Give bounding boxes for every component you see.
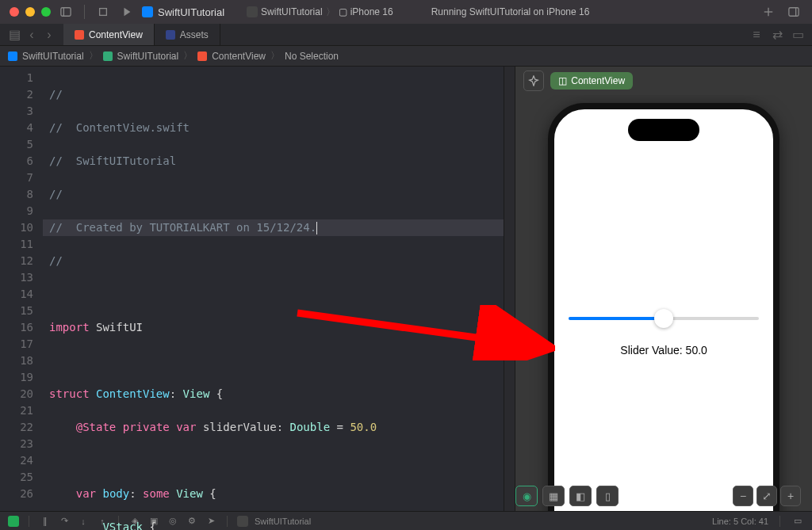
swift-file-icon [197,51,207,61]
shippingbox-icon: ◫ [558,75,567,86]
preview-controls: ◉ ▦ ◧ ▯ [515,486,619,506]
slider-value-label: Slider Value: 50.0 [620,344,707,357]
project-selector[interactable]: SwiftUITutorial [142,6,224,18]
console-toggle-icon[interactable]: ▭ [791,515,804,528]
slider-fill [569,317,664,320]
scheme-selector[interactable]: SwiftUITutorial 〉 ▢ iPhone 16 [247,6,393,19]
project-icon [8,51,17,61]
project-name: SwiftUITutorial [158,6,224,18]
folder-icon [103,51,113,61]
svg-rect-2 [100,9,107,16]
breadcrumb-item[interactable]: SwiftUITutorial [22,51,84,62]
related-items-button[interactable]: ▤ [6,27,22,43]
svg-rect-5 [789,8,799,17]
editor-options-button[interactable]: ≡ [749,27,764,43]
slider-thumb[interactable] [654,309,673,328]
breadcrumb-item[interactable]: No Selection [285,51,339,62]
minimap[interactable] [504,67,515,511]
adjust-editor-button[interactable]: ⇄ [769,27,785,43]
scheme-device: iPhone 16 [350,6,393,17]
chevron-right-icon: 〉 [326,6,335,19]
code-editor[interactable]: 1234567891011121314151617181920212223242… [0,67,515,511]
swift-file-icon [75,30,84,40]
tab-label: ContentView [89,29,143,40]
tab-contentview[interactable]: ContentView [63,24,155,45]
window-controls [10,7,51,17]
minimize-window-button[interactable] [25,7,35,17]
breadcrumb-item[interactable]: SwiftUITutorial [117,51,179,62]
chevron-right-icon: 〉 [89,49,98,63]
svg-rect-0 [61,8,71,17]
breadcrumb-item[interactable]: ContentView [212,51,266,62]
nav-back-button[interactable]: ‹ [24,27,40,43]
simulated-device: Slider Value: 50.0 [548,103,779,511]
slider[interactable] [569,317,759,320]
scheme-app: SwiftUITutorial [261,6,323,17]
device-icon: ▢ [339,6,347,17]
scheme-app-icon [247,6,258,17]
live-preview-button[interactable]: ◉ [515,486,538,506]
preview-canvas[interactable]: Slider Value: 50.0 [515,95,812,511]
preview-target-label: ContentView [571,75,625,86]
text-cursor [316,222,317,234]
chevron-right-icon: 〉 [183,49,193,63]
code-area[interactable]: // // ContentView.swift // SwiftUITutori… [43,67,504,511]
breadcrumb[interactable]: SwiftUITutorial 〉 SwiftUITutorial 〉 Cont… [0,46,812,67]
zoom-out-button[interactable]: − [733,486,753,506]
project-icon [142,6,153,17]
zoom-fit-button[interactable]: ⤢ [756,486,777,506]
stop-button[interactable] [94,3,112,21]
device-settings-button[interactable]: ▯ [596,486,619,506]
sidebar-toggle-button[interactable] [57,3,75,21]
zoom-controls: − ⤢ + [733,486,801,506]
titlebar: SwiftUITutorial SwiftUITutorial 〉 ▢ iPho… [0,0,812,24]
pin-preview-button[interactable] [523,71,544,91]
preview-target-pill[interactable]: ◫ ContentView [550,72,633,90]
line-gutter: 1234567891011121314151617181920212223242… [0,67,43,511]
inspector-toggle-button[interactable]: ▭ [790,27,806,43]
zoom-in-button[interactable]: + [780,486,801,506]
cursor-position: Line: 5 Col: 41 [712,517,768,526]
preview-pane: ◫ ContentView Slider Value: 50.0 [515,67,812,511]
chevron-right-icon: 〉 [270,49,280,63]
run-button[interactable] [118,3,136,21]
tab-label: Assets [180,29,209,40]
nav-forward-button[interactable]: › [41,27,57,43]
tab-assets[interactable]: Assets [155,24,220,45]
variants-button[interactable]: ◧ [569,486,592,506]
selectable-button[interactable]: ▦ [542,486,565,506]
library-button[interactable] [785,3,802,21]
close-window-button[interactable] [10,7,19,17]
asset-catalog-icon [166,30,175,40]
activity-status: Running SwiftUITutorial on iPhone 16 [431,6,753,17]
add-button[interactable] [760,3,777,21]
zoom-window-button[interactable] [41,7,51,17]
status-indicator [8,516,19,527]
editor-tab-bar: ▤ ‹ › ContentView Assets ≡ ⇄ ▭ [0,24,812,46]
